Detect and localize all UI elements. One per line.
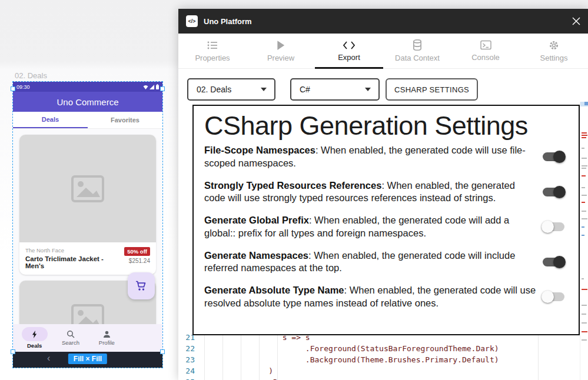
status-time: 09:30 <box>16 84 30 90</box>
setting-name: Strongly Typed Resources References <box>204 180 381 191</box>
selection-handle[interactable] <box>160 349 165 354</box>
minimap-mark <box>582 165 587 166</box>
minimap-mark <box>582 137 586 138</box>
tab-settings[interactable]: Settings <box>520 34 588 68</box>
minimap-mark <box>582 195 587 196</box>
code-line: 25 Resources <box>178 378 535 380</box>
product-image-placeholder <box>19 135 156 242</box>
back-chevron-icon[interactable]: ‹ <box>47 353 50 364</box>
setting-name: File-Scope Namespaces <box>204 145 315 155</box>
line-number: 23 <box>178 355 195 366</box>
nav-label: Search <box>62 339 79 346</box>
tab-console[interactable]: Console <box>451 34 520 68</box>
panel-tabbar: Properties Preview Export Data Context C… <box>178 34 588 69</box>
toggle-strongly-typed-resources[interactable] <box>543 188 564 196</box>
tab-data-context[interactable]: Data Context <box>383 34 451 68</box>
phone-preview[interactable]: 09:30 Uno Commerce Deals Favorites <box>13 82 162 368</box>
toggle-generate-namespaces[interactable] <box>543 258 564 266</box>
gear-icon <box>549 40 559 51</box>
minimap-mark <box>582 314 586 315</box>
minimap-mark <box>582 331 587 332</box>
tab-label: Export <box>338 53 360 62</box>
database-icon <box>413 39 422 51</box>
bolt-icon <box>31 331 38 338</box>
artboard-label: 02. Deals <box>15 71 47 80</box>
minimap-mark <box>582 339 587 341</box>
close-icon[interactable] <box>570 15 582 27</box>
setting-row: Generate Absolute Type Name: When enable… <box>204 284 568 310</box>
tab-label: Data Context <box>395 54 440 62</box>
product-card[interactable]: The North Face Carto Triclimate Jacket -… <box>19 135 156 275</box>
nav-label: Profile <box>99 339 115 346</box>
setting-name: Generate Absolute Type Name <box>204 285 344 295</box>
toggle-knob <box>553 186 566 198</box>
setting-text: Generate Absolute Type Name: When enable… <box>204 284 537 310</box>
language-select-value: C# <box>300 85 310 94</box>
signal-icon <box>150 85 155 89</box>
minimap-mark <box>582 211 586 212</box>
tab-label: Preview <box>267 54 294 62</box>
product-info: The North Face Carto Triclimate Jacket -… <box>19 242 156 275</box>
minimap-mark <box>582 158 587 159</box>
dropdown-caret-icon <box>261 88 267 91</box>
minimap-mark <box>582 148 584 149</box>
nav-item-profile[interactable]: Profile <box>89 326 125 349</box>
minimap-mark <box>582 132 587 134</box>
tab-properties[interactable]: Properties <box>178 34 247 68</box>
nav-item-deals[interactable]: Deals <box>16 326 52 349</box>
dropdown-caret-icon <box>365 88 371 91</box>
cart-icon <box>135 281 147 291</box>
editor-separator <box>538 332 539 380</box>
play-icon <box>276 40 285 51</box>
toggle-generate-absolute-type-name[interactable] <box>543 292 564 301</box>
setting-row: Generate Global Prefix: When enabled, th… <box>204 214 568 240</box>
toggle-knob <box>542 221 554 233</box>
tab-export[interactable]: Export <box>315 34 383 68</box>
minimap-mark <box>582 202 585 203</box>
product-price: $251.24 <box>129 258 150 264</box>
phone-content: The North Face Carto Triclimate Jacket -… <box>13 129 162 324</box>
minimap-mark <box>582 226 584 228</box>
line-number: 22 <box>178 344 195 355</box>
tab-label: Console <box>471 53 500 62</box>
minimap-corner <box>584 102 588 105</box>
code-text: Resources <box>195 378 315 380</box>
page-select[interactable]: 02. Deals <box>187 78 275 101</box>
selection-handle[interactable] <box>160 86 165 91</box>
setting-name: Generate Global Prefix <box>204 215 309 225</box>
tab-preview[interactable]: Preview <box>247 34 315 68</box>
minimap-mark <box>582 135 587 136</box>
selection-size-badge: Fill × Fill <box>68 354 107 364</box>
code-line: 23 .Background(Theme.Brushes.Primary.Def… <box>178 355 535 366</box>
phone-tab-favorites[interactable]: Favorites <box>88 112 162 128</box>
status-icons <box>143 84 159 89</box>
phone-tab-deals[interactable]: Deals <box>13 112 88 128</box>
minimap-mark <box>582 322 587 324</box>
panel-title: Uno Platform <box>204 17 252 26</box>
panel-titlebar: </> Uno Platform <box>178 9 588 34</box>
setting-row: Strongly Typed Resources References: Whe… <box>204 179 568 205</box>
cart-fab-button[interactable] <box>128 272 155 299</box>
tab-label: Settings <box>540 54 568 62</box>
csharp-settings-button[interactable]: CSHARP SETTINGS <box>386 78 478 101</box>
line-number: 24 <box>178 366 195 378</box>
page-select-value: 02. Deals <box>197 85 231 94</box>
product-brand: The North Face <box>25 247 124 254</box>
toggle-file-scope-namespaces[interactable] <box>543 152 564 161</box>
phone-screen: 09:30 Uno Commerce Deals Favorites <box>13 82 162 368</box>
minimap-mark <box>582 278 584 279</box>
product-name: Carto Triclimate Jacket - Men's <box>25 255 124 269</box>
editor-minimap[interactable] <box>580 102 588 380</box>
uno-logo-icon: </> <box>186 15 198 27</box>
selection-handle[interactable] <box>11 349 15 354</box>
active-nav-pill <box>22 327 48 341</box>
phone-bottom-nav: Deals Search Profile <box>13 324 162 352</box>
code-line: 24 ) <box>178 366 535 378</box>
modal-title: CSharp Generation Settings <box>204 111 568 141</box>
language-select[interactable]: C# <box>290 78 380 101</box>
nav-item-search[interactable]: Search <box>52 326 88 349</box>
selection-handle[interactable] <box>11 86 15 91</box>
uno-platform-panel: </> Uno Platform Properties Preview Expo… <box>178 9 588 380</box>
toggle-generate-global-prefix[interactable] <box>543 222 564 231</box>
phone-app-bar: Uno Commerce <box>13 92 162 112</box>
